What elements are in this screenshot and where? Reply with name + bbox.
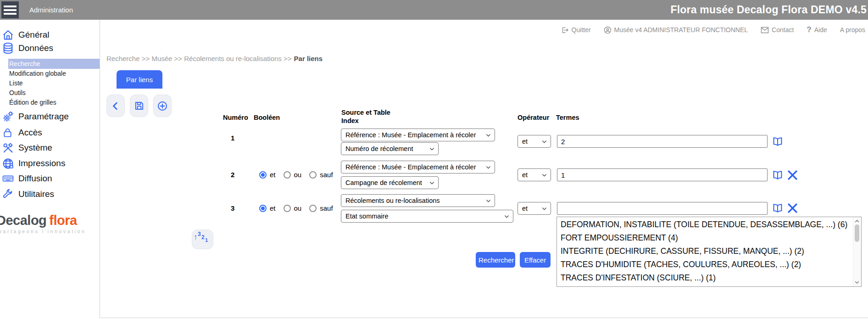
sidebar-item-utilitaires[interactable]: Utilitaires: [2, 189, 54, 200]
floppy-disk-icon: [134, 101, 145, 111]
sidebar-item-outils[interactable]: Outils: [9, 89, 26, 96]
up-arrow-icon: ↑: [194, 233, 198, 242]
radio-et-selected[interactable]: [259, 205, 267, 212]
breadcrumb: Recherche >> Musée >> Récolements ou re-…: [106, 55, 323, 62]
index-select-row1[interactable]: Numéro de récolement: [341, 142, 439, 155]
top-bar: Administration Flora musée Decalog Flora…: [0, 0, 868, 20]
operator-select-row2[interactable]: et: [517, 168, 551, 181]
envelope-icon: [761, 27, 769, 34]
sidebar-item-general[interactable]: Général: [2, 29, 50, 40]
utility-bar: Quitter Musée v4 ADMINISTRATEUR FONCTION…: [561, 25, 865, 34]
terms-input-row2[interactable]: [557, 168, 768, 181]
sort-321-icon: 3: [198, 231, 201, 237]
list-item[interactable]: TRACES D'INFESTATION (SCIURE, ...) (1): [557, 271, 853, 285]
about-link[interactable]: A propos: [840, 26, 865, 34]
administration-window: Administration Flora musée Decalog Flora…: [0, 0, 868, 319]
breadcrumb-current: Par liens: [294, 55, 323, 62]
about-label: A propos: [840, 26, 865, 34]
delete-row-x-icon[interactable]: [786, 169, 798, 181]
wrench-icon: [2, 189, 14, 200]
app-title: Flora musée Decalog Flora DEMO v4.5: [670, 0, 867, 20]
sidebar-item-diffusion[interactable]: Diffusion: [2, 173, 52, 184]
chevron-down-icon: [429, 146, 435, 152]
home-icon: [2, 29, 14, 40]
question-mark-icon: ?: [807, 25, 811, 34]
database-icon: [2, 43, 14, 54]
index-select-row2[interactable]: Campagne de récolement: [341, 176, 439, 189]
open-book-icon[interactable]: [772, 169, 784, 181]
sort-order-button[interactable]: 3 ↑ 2 1: [192, 229, 213, 249]
menu-title: Administration: [29, 0, 73, 20]
back-button[interactable]: [106, 95, 125, 117]
terms-input-row3[interactable]: [557, 202, 768, 215]
scrollbar-thumb[interactable]: [855, 224, 859, 242]
logo-product: flora: [49, 213, 77, 228]
gears-icon: [2, 111, 14, 122]
list-item[interactable]: FORT EMPOUSSIEREMENT (4): [557, 231, 853, 245]
open-book-icon[interactable]: [772, 202, 784, 214]
operator-select-row3[interactable]: et: [517, 202, 551, 215]
contact-link[interactable]: Contact: [761, 26, 794, 34]
keyboard-icon: [2, 173, 14, 184]
chevron-down-icon: [485, 164, 491, 170]
header-booleen: Booléen: [254, 114, 280, 121]
scrollbar[interactable]: [853, 217, 861, 286]
radio-et-selected[interactable]: [259, 171, 267, 179]
terms-input-row1[interactable]: [557, 135, 768, 148]
boolean-radio-group-row3: et ou sauf: [259, 204, 341, 212]
list-item[interactable]: DEFORMATION, INSTABILITE (TOILE DETENDUE…: [557, 218, 853, 231]
operator-select-row1[interactable]: et: [517, 135, 551, 148]
row-number: 2: [231, 171, 234, 179]
sidebar-item-impressions[interactable]: Impressions: [2, 158, 65, 169]
sidebar-item-acces[interactable]: Accès: [2, 127, 42, 138]
source-table-select-row3[interactable]: Récolements ou re-localisations: [341, 194, 495, 207]
sidebar-item-modification-globale[interactable]: Modification globale: [9, 70, 66, 77]
search-button[interactable]: Rechercher: [476, 252, 515, 268]
breadcrumb-trail: Recherche >> Musée >> Récolements ou re-…: [106, 55, 292, 62]
lock-icon: [2, 127, 14, 138]
sidebar-divider: [100, 20, 100, 318]
clear-button[interactable]: Effacer: [520, 252, 551, 268]
user-menu[interactable]: Musée v4 ADMINISTRATEUR FONCTIONNEL: [604, 26, 748, 34]
chevron-down-icon: [504, 213, 510, 219]
sidebar-item-recherche[interactable]: Recherche: [9, 60, 40, 67]
sidebar-item-liste[interactable]: Liste: [9, 79, 23, 87]
quit-link[interactable]: Quitter: [561, 26, 591, 34]
list-item[interactable]: INTEGRITE (DECHIRURE, CASSURE, FISSURE, …: [557, 245, 853, 258]
header-source-table-index: Source et Table Index: [341, 109, 390, 125]
scroll-down-icon[interactable]: [854, 280, 860, 285]
radio-ou[interactable]: [284, 205, 291, 212]
help-link[interactable]: ? Aide: [807, 25, 827, 34]
sidebar-item-label: Données: [18, 43, 53, 53]
hamburger-menu-icon[interactable]: [1, 1, 19, 18]
header-operateur: Opérateur: [517, 114, 549, 121]
save-button[interactable]: [130, 95, 148, 117]
index-select-row3[interactable]: Etat sommaire: [341, 210, 513, 223]
list-item[interactable]: TRACES D'HUMIDITE (TACHES, COULURES, AUR…: [557, 258, 853, 271]
chevron-down-icon: [541, 206, 547, 212]
open-book-icon[interactable]: [772, 136, 784, 148]
globe-icon: [2, 158, 14, 169]
radio-sauf[interactable]: [309, 205, 317, 212]
radio-sauf[interactable]: [309, 171, 317, 179]
sidebar-item-parametrage[interactable]: Paramétrage: [2, 111, 69, 122]
add-criterion-button[interactable]: [153, 95, 172, 117]
user-icon: [604, 26, 612, 34]
scroll-up-icon[interactable]: [854, 218, 860, 224]
tab-par-liens[interactable]: Par liens: [117, 70, 162, 89]
chevron-down-icon: [429, 180, 435, 186]
logo-brand: Decalog: [0, 213, 46, 228]
chevron-left-icon: [111, 101, 121, 111]
sidebar-item-donnees[interactable]: Données: [2, 43, 53, 54]
delete-row-x-icon[interactable]: [786, 202, 798, 214]
sidebar-item-edition-de-grilles[interactable]: Édition de grilles: [9, 99, 56, 106]
index-value-listbox: DEFORMATION, INSTABILITE (TOILE DETENDUE…: [556, 217, 862, 287]
radio-ou[interactable]: [284, 171, 291, 179]
sidebar-item-systeme[interactable]: Système: [2, 142, 52, 153]
user-label: Musée v4 ADMINISTRATEUR FONCTIONNEL: [614, 26, 748, 34]
header-termes: Termes: [556, 114, 579, 121]
source-table-select-row2[interactable]: Référence : Musée - Emplacement à récole…: [341, 161, 495, 173]
sidebar-item-label: Général: [18, 30, 50, 40]
source-table-select-row1[interactable]: Référence : Musée - Emplacement à récole…: [341, 129, 495, 141]
contact-label: Contact: [772, 26, 794, 34]
